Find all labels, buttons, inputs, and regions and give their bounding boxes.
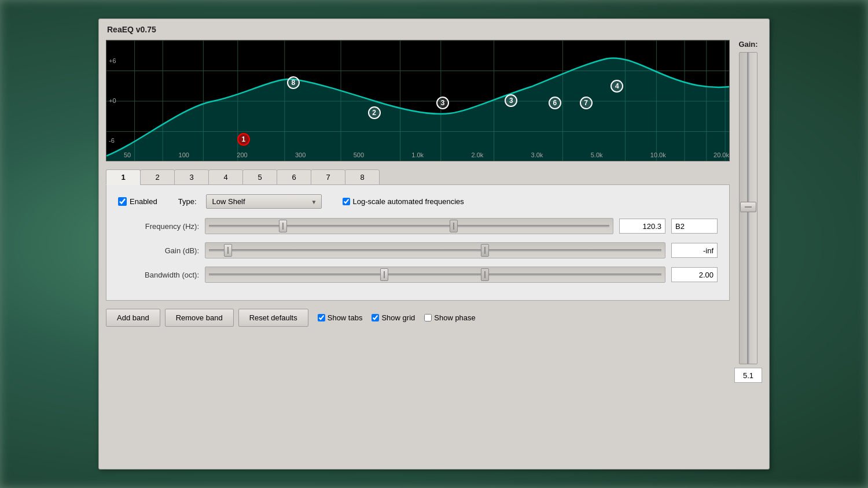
gain-vertical-slider[interactable] — [739, 52, 757, 364]
show-grid-label[interactable]: Show grid — [372, 313, 415, 322]
bandwidth-thumb[interactable] — [380, 268, 388, 281]
tab-7[interactable]: 7 — [311, 169, 345, 185]
enabled-checkbox-label[interactable]: Enabled — [118, 197, 157, 206]
frequency-thumb2[interactable] — [450, 220, 458, 232]
gain-slider[interactable] — [205, 242, 665, 258]
frequency-value[interactable] — [619, 219, 665, 234]
show-grid-text: Show grid — [381, 313, 415, 322]
controls-row1: Enabled Type: Low Shelf High Shelf Band … — [118, 194, 718, 209]
bandwidth-row: Bandwidth (oct): — [118, 267, 718, 283]
band-node-1[interactable]: 1 — [237, 133, 250, 146]
type-label: Type: — [178, 197, 197, 206]
band-node-7[interactable]: 7 — [580, 97, 593, 109]
controls-panel: Enabled Type: Low Shelf High Shelf Band … — [106, 184, 730, 301]
log-scale-label[interactable]: Log-scale automated frequencies — [343, 197, 464, 206]
tab-6[interactable]: 6 — [277, 169, 311, 185]
gain-vertical-thumb[interactable] — [740, 202, 756, 212]
gain-thumb2[interactable] — [481, 244, 489, 257]
add-band-button[interactable]: Add band — [106, 309, 160, 327]
show-phase-text: Show phase — [434, 313, 476, 322]
tab-5[interactable]: 5 — [242, 169, 277, 185]
log-scale-checkbox[interactable] — [343, 198, 350, 205]
enabled-label: Enabled — [130, 197, 157, 206]
frequency-slider[interactable] — [205, 218, 613, 234]
main-window: ReaEQ v0.75 1 8 2 3 4 3 6 7 +6 +0 -6 — [98, 19, 770, 469]
tab-2[interactable]: 2 — [140, 169, 175, 185]
bandwidth-thumb2[interactable] — [481, 268, 489, 281]
window-title: ReaEQ v0.75 — [106, 25, 762, 34]
show-tabs-label[interactable]: Show tabs — [318, 313, 363, 322]
show-phase-checkbox[interactable] — [424, 314, 432, 321]
tab-4[interactable]: 4 — [208, 169, 243, 185]
bandwidth-value[interactable] — [671, 267, 718, 282]
gain-thumb[interactable] — [224, 244, 232, 257]
tab-1[interactable]: 1 — [106, 169, 141, 185]
show-grid-checkbox[interactable] — [372, 314, 379, 321]
band-node-4[interactable]: 4 — [610, 80, 623, 93]
band-tabs: 1 2 3 4 5 6 7 8 — [106, 169, 730, 185]
show-tabs-text: Show tabs — [328, 313, 363, 322]
log-scale-text: Log-scale automated frequencies — [353, 197, 464, 206]
bandwidth-label: Bandwidth (oct): — [118, 271, 199, 279]
frequency-label: Frequency (Hz): — [118, 222, 199, 231]
frequency-thumb[interactable] — [279, 220, 287, 232]
gain-panel-label: Gain: — [738, 40, 757, 49]
reset-defaults-button[interactable]: Reset defaults — [238, 309, 308, 327]
eq-graph[interactable]: 1 8 2 3 4 3 6 7 +6 +0 -6 50 100 200 — [106, 40, 730, 161]
gain-value[interactable] — [671, 243, 718, 258]
frequency-row: Frequency (Hz): — [118, 218, 718, 234]
gain-value-box[interactable]: 5.1 — [734, 368, 762, 383]
tab-3[interactable]: 3 — [174, 169, 209, 185]
type-select-wrapper[interactable]: Low Shelf High Shelf Band Low Pass High … — [206, 194, 322, 209]
eq-container: 1 8 2 3 4 3 6 7 +6 +0 -6 50 100 200 — [106, 40, 730, 327]
bandwidth-slider[interactable] — [205, 267, 665, 283]
bottom-row: Add band Remove band Reset defaults Show… — [106, 309, 730, 327]
tab-8[interactable]: 8 — [345, 169, 380, 185]
frequency-note[interactable] — [671, 219, 718, 234]
gain-panel: Gain: 5.1 — [734, 40, 762, 383]
band-node-5[interactable]: 3 — [505, 94, 517, 107]
enabled-checkbox[interactable] — [118, 197, 127, 206]
remove-band-button[interactable]: Remove band — [165, 309, 234, 327]
show-tabs-checkbox[interactable] — [318, 314, 325, 321]
band-node-3[interactable]: 3 — [436, 97, 449, 109]
gain-row: Gain (dB): — [118, 242, 718, 258]
show-phase-label[interactable]: Show phase — [424, 313, 476, 322]
band-node-2[interactable]: 2 — [368, 106, 381, 119]
band-node-6[interactable]: 6 — [549, 97, 561, 109]
band-node-8[interactable]: 8 — [287, 76, 300, 89]
type-select[interactable]: Low Shelf High Shelf Band Low Pass High … — [206, 194, 322, 209]
gain-label: Gain (dB): — [118, 246, 199, 255]
